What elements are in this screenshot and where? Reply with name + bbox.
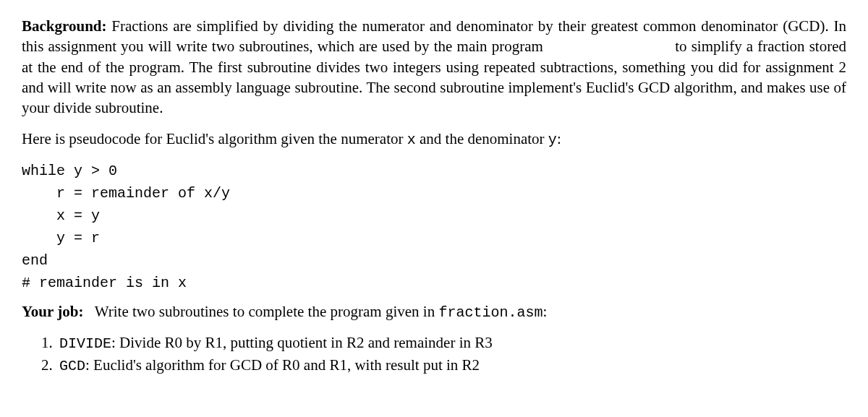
subroutine-name: GCD [59, 358, 85, 374]
filename: fraction.asm [438, 304, 542, 321]
subroutine-desc: : Euclid's algorithm for GCD of R0 and R… [85, 356, 480, 374]
your-job-text-b: : [542, 303, 547, 320]
pseudo-text-b: and the denominator [416, 130, 548, 147]
pseudocode-intro: Here is pseudocode for Euclid's algorith… [22, 129, 846, 150]
your-job-paragraph: Your job: Write two subroutines to compl… [22, 301, 846, 322]
variable-y: y [548, 132, 557, 148]
your-job-text-a: Write two subroutines to complete the pr… [95, 303, 439, 320]
background-label: Background: [22, 17, 106, 35]
pseudo-text-a: Here is pseudocode for Euclid's algorith… [22, 130, 407, 147]
list-item: GCD: Euclid's algorithm for GCD of R0 an… [56, 355, 846, 376]
background-paragraph: Background: Fractions are simplified by … [22, 16, 846, 119]
task-list: DIVIDE: Divide R0 by R1, putting quotien… [22, 332, 846, 376]
subroutine-desc: : Divide R0 by R1, putting quotient in R… [111, 334, 493, 351]
pseudocode-block: while y > 0 r = remainder of x/y x = y y… [22, 160, 846, 294]
list-item: DIVIDE: Divide R0 by R1, putting quotien… [56, 332, 846, 353]
subroutine-name: DIVIDE [59, 335, 111, 352]
your-job-label: Your job: [22, 303, 83, 320]
variable-x: x [407, 132, 416, 148]
pseudo-text-c: : [557, 130, 561, 147]
